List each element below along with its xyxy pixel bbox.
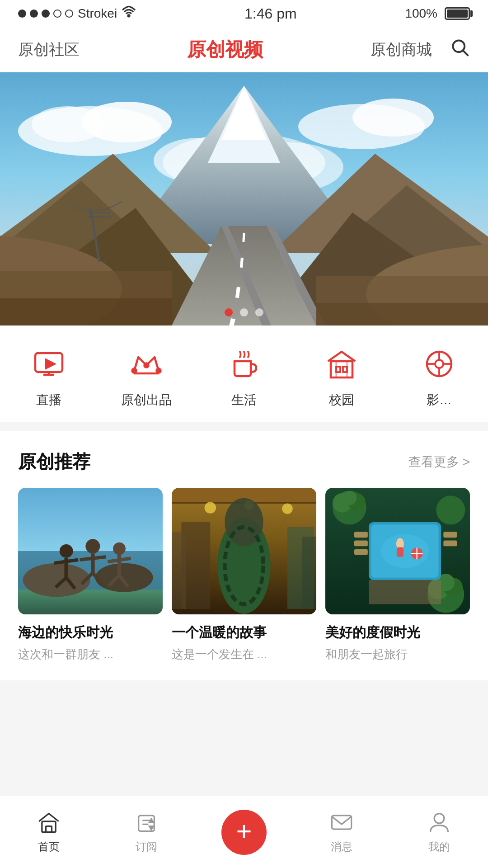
search-icon[interactable] bbox=[450, 38, 470, 62]
svg-point-8 bbox=[352, 99, 434, 137]
nav-title: 原创视频 bbox=[187, 37, 263, 62]
banner-dot-2[interactable] bbox=[240, 308, 248, 316]
svg-rect-110 bbox=[443, 532, 457, 538]
tab-message[interactable]: 消息 bbox=[293, 811, 390, 854]
profile-tab-label: 我的 bbox=[428, 840, 450, 854]
signal-dot-3 bbox=[42, 9, 50, 18]
tab-home[interactable]: 首页 bbox=[0, 811, 98, 854]
svg-rect-87 bbox=[172, 532, 186, 609]
status-bar: Strokei 1:46 pm 100% bbox=[0, 0, 488, 27]
category-section: 直播 原创出品 生活 bbox=[0, 326, 488, 422]
rec-card-2-title: 一个温暖的故事 bbox=[172, 623, 316, 642]
svg-rect-109 bbox=[354, 549, 368, 555]
category-original[interactable]: 原创出品 bbox=[98, 344, 195, 409]
svg-point-60 bbox=[95, 563, 153, 592]
signal-dot-2 bbox=[30, 9, 38, 18]
hero-banner[interactable] bbox=[0, 72, 488, 326]
rec-card-3-title: 美好的度假时光 bbox=[325, 623, 470, 642]
battery-percent: 100% bbox=[405, 6, 437, 21]
rec-thumb-3 bbox=[325, 488, 470, 614]
rec-card-2-desc: 这是一个发生在 ... bbox=[172, 646, 316, 662]
nav-shop[interactable]: 原创商城 bbox=[371, 39, 432, 60]
svg-point-71 bbox=[113, 542, 126, 555]
tab-profile[interactable]: 我的 bbox=[390, 811, 488, 854]
svg-rect-107 bbox=[354, 532, 368, 538]
live-label: 直播 bbox=[36, 392, 61, 409]
svg-rect-103 bbox=[397, 547, 404, 557]
subscribe-tab-label: 订阅 bbox=[136, 840, 157, 854]
status-right: 100% bbox=[405, 6, 470, 21]
subscribe-icon bbox=[135, 811, 158, 836]
svg-point-1 bbox=[453, 40, 465, 52]
campus-label: 校园 bbox=[329, 392, 354, 409]
svg-point-79 bbox=[205, 502, 216, 514]
svg-point-93 bbox=[342, 491, 357, 505]
svg-point-121 bbox=[434, 813, 444, 823]
live-icon bbox=[28, 344, 69, 384]
status-time: 1:46 pm bbox=[244, 5, 297, 22]
svg-rect-36 bbox=[316, 303, 488, 326]
svg-marker-38 bbox=[46, 360, 54, 368]
original-label: 原创出品 bbox=[121, 392, 172, 409]
signal-dot-1 bbox=[18, 9, 26, 18]
see-more-link[interactable]: 查看更多 > bbox=[408, 453, 470, 471]
home-icon bbox=[37, 811, 61, 836]
rec-thumb-1 bbox=[18, 488, 163, 614]
movie-label: 影… bbox=[427, 392, 452, 409]
nav-community[interactable]: 原创社区 bbox=[18, 39, 80, 60]
home-tab-label: 首页 bbox=[38, 840, 60, 854]
tab-add[interactable]: + bbox=[195, 810, 293, 855]
svg-rect-88 bbox=[302, 537, 316, 609]
signal-dot-5 bbox=[65, 9, 73, 18]
svg-point-61 bbox=[60, 544, 73, 558]
category-live[interactable]: 直播 bbox=[0, 344, 98, 409]
svg-rect-114 bbox=[46, 826, 52, 832]
banner-dot-3[interactable] bbox=[255, 308, 263, 316]
message-icon bbox=[330, 811, 353, 836]
add-button[interactable]: + bbox=[221, 810, 267, 855]
svg-marker-119 bbox=[150, 826, 154, 830]
category-campus[interactable]: 校园 bbox=[293, 344, 390, 409]
battery-indicator bbox=[445, 7, 470, 20]
svg-point-81 bbox=[282, 503, 292, 514]
svg-point-42 bbox=[132, 369, 136, 373]
wifi-icon bbox=[122, 5, 136, 23]
rec-card-3-desc: 和朋友一起旅行 bbox=[325, 646, 470, 662]
life-label: 生活 bbox=[231, 392, 257, 409]
svg-point-44 bbox=[157, 369, 161, 373]
category-movie[interactable]: 影… bbox=[390, 344, 488, 409]
banner-dot-1[interactable] bbox=[225, 308, 233, 316]
recommendations-section: 原创推荐 查看更多 > bbox=[0, 431, 488, 680]
rec-card-1[interactable]: 海边的快乐时光 这次和一群朋友 ... bbox=[18, 488, 163, 662]
banner-pagination bbox=[225, 308, 263, 316]
film-icon bbox=[419, 344, 460, 384]
svg-point-59 bbox=[23, 563, 90, 597]
rec-card-2[interactable]: 一个温暖的故事 这是一个发生在 ... bbox=[172, 488, 316, 662]
svg-marker-118 bbox=[150, 819, 154, 822]
svg-rect-108 bbox=[354, 541, 368, 547]
svg-rect-120 bbox=[332, 815, 351, 829]
status-left: Strokei bbox=[18, 5, 136, 23]
svg-point-6 bbox=[32, 106, 104, 142]
svg-rect-111 bbox=[443, 541, 457, 547]
tab-bar: 首页 订阅 + 消息 bbox=[0, 796, 488, 868]
crown-icon bbox=[126, 344, 167, 384]
svg-point-98 bbox=[436, 495, 465, 524]
svg-point-52 bbox=[435, 360, 443, 368]
rec-thumb-2 bbox=[172, 488, 316, 614]
signal-dot-4 bbox=[53, 9, 61, 18]
rec-card-3[interactable]: 美好的度假时光 和朋友一起旅行 bbox=[325, 488, 470, 662]
svg-line-2 bbox=[463, 51, 468, 56]
coffee-icon bbox=[224, 344, 264, 384]
profile-icon bbox=[427, 811, 451, 836]
recommendations-header: 原创推荐 查看更多 > bbox=[18, 449, 470, 474]
section-divider bbox=[0, 422, 488, 431]
category-life[interactable]: 生活 bbox=[195, 344, 293, 409]
tab-subscribe[interactable]: 订阅 bbox=[98, 811, 195, 854]
recommendations-title: 原创推荐 bbox=[18, 449, 90, 474]
carrier-label: Strokei bbox=[78, 6, 117, 21]
message-tab-label: 消息 bbox=[331, 840, 352, 854]
svg-rect-45 bbox=[331, 361, 352, 377]
svg-point-0 bbox=[128, 15, 130, 17]
svg-point-66 bbox=[85, 539, 100, 553]
